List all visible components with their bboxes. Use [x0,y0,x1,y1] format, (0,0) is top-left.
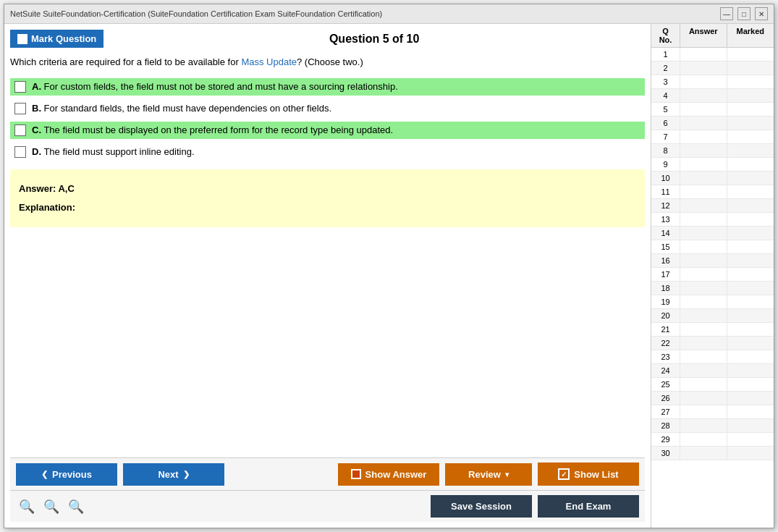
review-button[interactable]: Review ▾ [445,463,532,486]
question-list-row[interactable]: 6 [651,117,774,130]
zoom-out-button[interactable]: 🔍 [65,497,87,516]
question-list-row[interactable]: 10 [651,172,774,185]
question-list-row[interactable]: 24 [651,364,774,378]
option-row-a[interactable]: A. For custom fields, the field must not… [10,78,645,96]
question-answer [680,213,727,226]
question-marked [727,309,774,322]
close-button[interactable]: ✕ [755,7,768,20]
option-row-b[interactable]: B. For standard fields, the field must h… [10,100,645,117]
question-list-row[interactable]: 9 [651,158,774,172]
question-marked [727,172,774,185]
next-chevron-icon [183,470,190,479]
question-list-row[interactable]: 26 [651,392,774,405]
question-answer [680,158,727,171]
question-answer [680,62,727,75]
question-list-row[interactable]: 12 [651,199,774,213]
question-list-row[interactable]: 1 [651,48,774,62]
question-num: 14 [651,227,680,240]
question-answer [680,295,727,308]
question-list-row[interactable]: 27 [651,405,774,419]
option-text-b: B. For standard fields, the field must h… [32,103,331,114]
question-list-row[interactable]: 5 [651,103,774,117]
top-bar: Mark Question Question 5 of 10 [10,30,645,48]
question-num: 28 [651,419,680,432]
question-num: 2 [651,62,680,75]
question-list[interactable]: 1 2 3 4 5 6 7 8 [651,48,774,528]
question-marked [727,364,774,377]
minimize-button[interactable]: — [720,7,733,20]
show-answer-button[interactable]: Show Answer [338,463,439,486]
question-marked [727,75,774,88]
question-list-row[interactable]: 17 [651,268,774,282]
question-list-row[interactable]: 3 [651,75,774,89]
question-num: 8 [651,144,680,157]
option-text-a: A. For custom fields, the field must not… [32,81,398,92]
save-session-label: Save Session [451,501,512,512]
mark-question-button[interactable]: Mark Question [10,30,103,48]
question-answer [680,268,727,281]
question-answer [680,282,727,295]
question-marked [727,158,774,171]
question-list-row[interactable]: 18 [651,282,774,295]
question-marked [727,282,774,295]
question-list-row[interactable]: 30 [651,447,774,460]
content-area: Mark Question Question 5 of 10 Which cri… [4,24,774,528]
question-list-row[interactable]: 21 [651,323,774,337]
question-list-row[interactable]: 11 [651,185,774,199]
option-checkbox-a[interactable] [14,81,26,93]
question-list-row[interactable]: 15 [651,240,774,254]
question-list-row[interactable]: 2 [651,62,774,75]
zoom-controls: 🔍 🔍 🔍 [16,497,87,516]
question-list-row[interactable]: 25 [651,378,774,392]
question-list-row[interactable]: 7 [651,130,774,144]
option-row-d[interactable]: D. The field must support inline editing… [10,143,645,161]
next-button[interactable]: Next [123,463,224,486]
question-marked [727,378,774,391]
question-list-row[interactable]: 16 [651,254,774,268]
question-num: 29 [651,433,680,446]
option-checkbox-b[interactable] [14,103,26,114]
question-num: 16 [651,254,680,267]
question-list-row[interactable]: 4 [651,89,774,103]
question-answer [680,89,727,102]
main-panel: Mark Question Question 5 of 10 Which cri… [4,24,651,528]
question-answer [680,378,727,391]
question-highlight: Mass Update [241,56,297,67]
bottom-toolbar: Previous Next Show Answer Review ▾ ✓ [10,457,645,490]
question-marked [727,337,774,350]
option-checkbox-d[interactable] [14,146,26,158]
previous-button[interactable]: Previous [16,463,117,486]
question-list-row[interactable]: 28 [651,419,774,433]
question-answer [680,185,727,198]
question-answer [680,323,727,336]
question-num: 21 [651,323,680,336]
question-list-row[interactable]: 22 [651,337,774,350]
right-panel: Q No. Answer Marked 1 2 3 4 5 6 [651,24,774,528]
mark-checkbox-icon [17,34,28,44]
option-checkbox-c[interactable] [14,124,26,136]
question-list-row[interactable]: 20 [651,309,774,323]
question-list-row[interactable]: 8 [651,144,774,158]
question-list-row[interactable]: 29 [651,433,774,447]
question-num: 6 [651,117,680,130]
zoom-reset-button[interactable]: 🔍 [41,497,62,516]
zoom-in-button[interactable]: 🔍 [16,497,38,516]
save-session-button[interactable]: Save Session [431,495,532,518]
show-list-label: Show List [574,469,618,480]
maximize-button[interactable]: □ [737,7,750,20]
right-panel-header: Q No. Answer Marked [651,24,774,48]
end-exam-button[interactable]: End Exam [538,495,639,518]
mark-question-label: Mark Question [31,33,96,44]
show-list-button[interactable]: ✓ Show List [538,463,639,486]
option-row-c[interactable]: C. The field must be displayed on the pr… [10,122,645,139]
question-marked [727,350,774,363]
question-marked [727,144,774,157]
question-list-row[interactable]: 23 [651,350,774,364]
question-list-row[interactable]: 14 [651,227,774,240]
question-list-row[interactable]: 13 [651,213,774,227]
question-list-row[interactable]: 19 [651,295,774,309]
question-answer [680,447,727,460]
show-answer-label: Show Answer [365,469,427,480]
question-marked [727,199,774,212]
question-marked [727,433,774,446]
